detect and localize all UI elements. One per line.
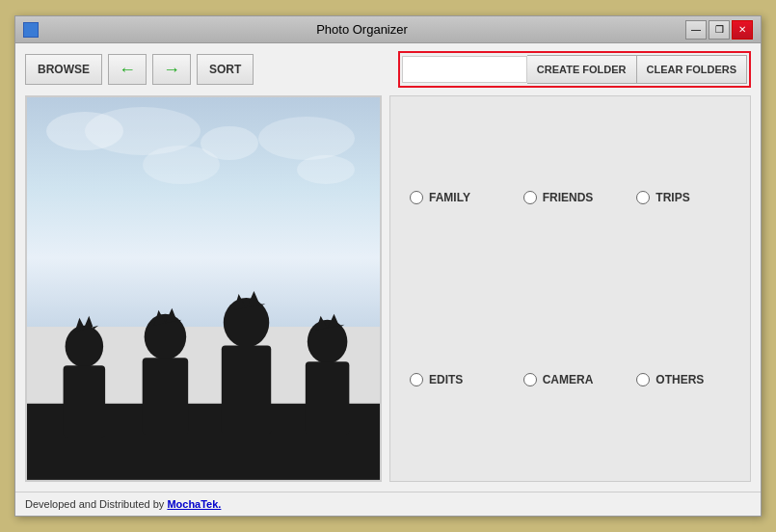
left-arrow-icon: ← [119, 60, 136, 80]
radio-camera[interactable] [523, 373, 537, 386]
folder-name-input[interactable] [402, 56, 527, 83]
folder-input-group: CREATE FOLDER CLEAR FOLDERS [398, 51, 751, 88]
sort-button[interactable]: SORT [197, 54, 254, 85]
window-title: Photo Organizer [39, 22, 685, 37]
svg-rect-9 [222, 346, 271, 435]
main-content: FAMILYFRIENDSTRIPSEDITSCAMERAOTHERS [15, 95, 761, 492]
svg-rect-12 [306, 361, 350, 434]
cloud-5 [143, 146, 220, 184]
folder-label-friends: FRIENDS [543, 191, 594, 204]
title-bar: Photo Organizer — ❒ ✕ [15, 16, 761, 43]
folder-item-others[interactable]: OTHERS [627, 289, 740, 472]
next-button[interactable]: → [152, 54, 191, 85]
photo-panel [25, 95, 382, 482]
folder-label-camera: CAMERA [543, 373, 594, 386]
minimize-button[interactable]: — [685, 20, 707, 40]
radio-friends[interactable] [523, 191, 537, 204]
main-window: Photo Organizer — ❒ ✕ BROWSE ← → SORT CR… [14, 15, 762, 517]
close-button[interactable]: ✕ [732, 20, 753, 40]
folders-grid: FAMILYFRIENDSTRIPSEDITSCAMERAOTHERS [390, 96, 750, 481]
folder-item-camera[interactable]: CAMERA [514, 289, 628, 472]
mocha-tek-link[interactable]: MochaTek. [167, 498, 221, 510]
clear-folders-button[interactable]: CLEAR FOLDERS [637, 55, 748, 84]
radio-trips[interactable] [636, 191, 650, 204]
folder-label-edits: EDITS [429, 373, 463, 386]
status-bar: Developed and Distributed by MochaTek. [15, 492, 761, 516]
folder-item-edits[interactable]: EDITS [400, 289, 514, 472]
radio-others[interactable] [636, 373, 650, 386]
folder-item-trips[interactable]: TRIPS [627, 106, 740, 289]
browse-button[interactable]: BROWSE [25, 54, 102, 85]
svg-point-1 [66, 326, 104, 368]
folder-item-friends[interactable]: FRIENDS [514, 106, 628, 289]
folder-item-family[interactable]: FAMILY [400, 106, 514, 289]
toolbar: BROWSE ← → SORT CREATE FOLDER CLEAR FOLD… [15, 43, 761, 95]
radio-edits[interactable] [410, 373, 423, 386]
folder-label-family: FAMILY [429, 191, 470, 204]
cloud-6 [297, 155, 355, 184]
window-controls: — ❒ ✕ [685, 20, 753, 40]
silhouettes-svg [27, 212, 380, 480]
create-folder-button[interactable]: CREATE FOLDER [527, 55, 637, 84]
folder-label-trips: TRIPS [656, 191, 689, 204]
folders-panel: FAMILYFRIENDSTRIPSEDITSCAMERAOTHERS [389, 95, 751, 482]
svg-rect-3 [64, 365, 106, 437]
radio-family[interactable] [410, 191, 423, 204]
right-arrow-icon: → [163, 60, 180, 80]
prev-button[interactable]: ← [108, 54, 147, 85]
restore-button[interactable]: ❒ [709, 20, 730, 40]
svg-rect-6 [143, 358, 188, 434]
app-icon [23, 22, 39, 38]
folder-label-others: OTHERS [656, 373, 704, 386]
status-text: Developed and Distributed by [25, 498, 167, 510]
cloud-4 [258, 117, 355, 160]
photo-display [27, 97, 380, 480]
